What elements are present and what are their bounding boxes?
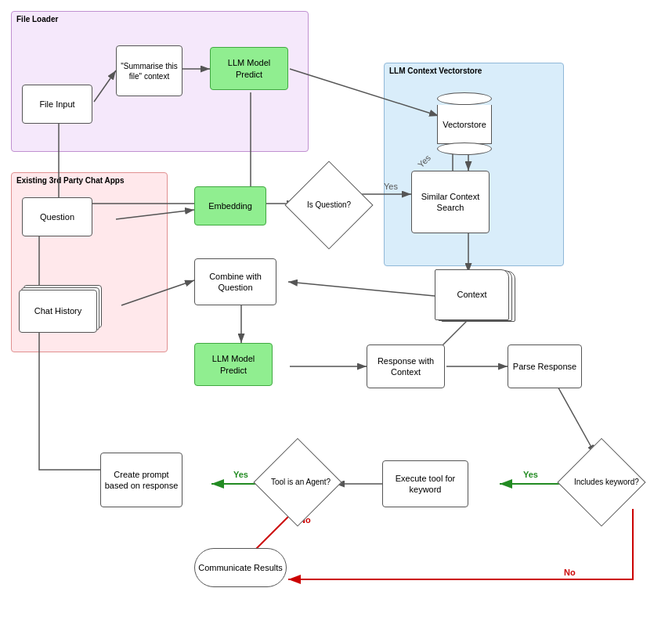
svg-text:Yes: Yes: [523, 470, 538, 479]
chat-apps-label: Existing 3rd Party Chat Apps: [16, 176, 124, 185]
summarise-context-box: "Summarise this file" context: [116, 45, 182, 96]
combine-question-box: Combine with Question: [194, 258, 276, 305]
svg-text:Yes: Yes: [233, 470, 248, 479]
file-input-box: File Input: [22, 85, 92, 124]
chat-history-stack: Chat History: [19, 280, 97, 409]
embedding-box: Embedding: [194, 186, 266, 225]
communicate-results-box: Communicate Results: [194, 548, 287, 587]
response-with-context-box: Response with Context: [367, 344, 445, 388]
create-prompt-box: Create prompt based on response: [100, 453, 182, 507]
svg-line-12: [288, 282, 435, 296]
tool-is-agent-diamond: Tool is an Agent?: [258, 448, 337, 517]
svg-text:No: No: [564, 568, 576, 577]
flowchart-diagram: File Loader Existing 3rd Party Chat Apps…: [0, 0, 672, 624]
vectorstore-cylinder: Vectorstore: [437, 92, 492, 155]
parse-response-box: Parse Response: [508, 344, 582, 388]
includes-keyword-diamond: Includes keyword?: [562, 448, 641, 517]
context-stack: Context: [435, 265, 509, 417]
is-question-diamond: Is Question?: [290, 171, 368, 240]
llm-model-predict-top-box: LLM Model Predict: [210, 47, 288, 90]
file-loader-label: File Loader: [16, 15, 58, 23]
question-box: Question: [22, 197, 92, 236]
svg-line-18: [556, 384, 595, 454]
llm-context-label: LLM Context Vectorstore: [389, 67, 482, 75]
llm-model-predict-bottom-box: LLM Model Predict: [194, 343, 273, 386]
similar-context-search-box: Similar Context Search: [411, 171, 490, 233]
execute-tool-box: Execute tool for keyword: [382, 460, 468, 507]
